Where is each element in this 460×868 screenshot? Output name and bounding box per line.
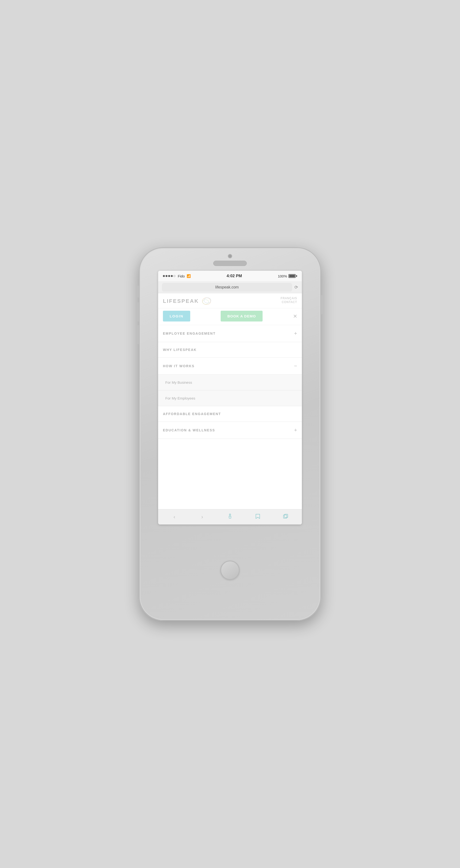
signal-dot-5 xyxy=(173,275,175,277)
battery-icon xyxy=(288,274,297,278)
nav-header: LIFESPEAK FRANÇAIS CONTACT xyxy=(158,293,302,308)
login-button[interactable]: LOGIN xyxy=(163,311,190,321)
signal-dot-3 xyxy=(168,275,170,277)
carrier-name: Fido xyxy=(178,274,185,278)
share-button[interactable] xyxy=(224,511,236,523)
phone-shell: Fido 📶 4:02 PM 100% lifespe xyxy=(139,247,321,621)
status-time: 4:02 PM xyxy=(227,274,242,278)
status-bar: Fido 📶 4:02 PM 100% xyxy=(158,271,302,281)
menu-item-label: EMPLOYEE ENGAGEMENT xyxy=(163,332,215,335)
svg-point-2 xyxy=(203,300,209,304)
nav-links: FRANÇAIS CONTACT xyxy=(281,297,297,304)
volume-down-button xyxy=(136,325,139,344)
menu-item-education-wellness[interactable]: EDUCATION & WELLNESS + xyxy=(158,422,302,439)
logo-area[interactable]: LIFESPEAK xyxy=(163,297,212,306)
menu-item-label: For My Business xyxy=(165,380,192,384)
battery-tip xyxy=(296,275,297,277)
menu-item-why-lifespeak[interactable]: WHY LIFESPEAK xyxy=(158,342,302,358)
refresh-icon[interactable]: ⟳ xyxy=(294,285,298,290)
url-bar: lifespeak.com ⟳ xyxy=(158,281,302,293)
status-right: 100% xyxy=(278,274,297,278)
menu-collapse-icon: − xyxy=(294,363,297,369)
logo-icon xyxy=(201,297,212,306)
book-demo-button[interactable]: BOOK A DEMO xyxy=(221,311,263,321)
close-menu-button[interactable]: × xyxy=(293,313,297,319)
battery-fill xyxy=(289,275,295,277)
phone-screen: Fido 📶 4:02 PM 100% lifespe xyxy=(158,271,302,525)
logo-text: LIFESPEAK xyxy=(163,298,199,304)
menu-expand-icon: + xyxy=(294,428,297,433)
url-input[interactable]: lifespeak.com xyxy=(162,283,292,291)
signal-dot-4 xyxy=(171,275,173,277)
bookmarks-button[interactable] xyxy=(252,511,264,523)
menu-item-label: For My Employees xyxy=(165,396,195,400)
status-left: Fido 📶 xyxy=(163,274,191,278)
svg-point-1 xyxy=(204,298,211,303)
url-text: lifespeak.com xyxy=(215,285,239,289)
battery-percent: 100% xyxy=(278,274,287,278)
contact-link[interactable]: CONTACT xyxy=(282,301,297,304)
volume-up-button xyxy=(136,302,139,321)
power-button xyxy=(321,295,324,314)
forward-button[interactable]: › xyxy=(196,511,208,523)
mute-button xyxy=(136,286,139,298)
bottom-toolbar: ‹ › xyxy=(158,509,302,525)
menu-item-how-it-works[interactable]: HOW IT WORKS − xyxy=(158,358,302,375)
phone-top xyxy=(139,247,321,266)
signal-dot-2 xyxy=(166,275,168,277)
svg-rect-4 xyxy=(283,515,287,518)
menu-item-for-my-business[interactable]: For My Business xyxy=(158,375,302,391)
signal-dots xyxy=(163,275,175,277)
share-icon xyxy=(227,514,233,520)
page-wrapper: Fido 📶 4:02 PM 100% lifespe xyxy=(0,0,460,868)
menu-item-for-my-employees[interactable]: For My Employees xyxy=(158,391,302,406)
battery-body xyxy=(288,274,296,278)
menu-list: EMPLOYEE ENGAGEMENT + WHY LIFESPEAK HOW … xyxy=(158,325,302,439)
menu-item-label: EDUCATION & WELLNESS xyxy=(163,428,215,432)
menu-item-affordable-engagement[interactable]: AFFORDABLE ENGAGEMENT xyxy=(158,406,302,422)
menu-item-label: WHY LIFESPEAK xyxy=(163,348,197,352)
buttons-row: LOGIN BOOK A DEMO × xyxy=(158,308,302,325)
signal-dot-1 xyxy=(163,275,165,277)
wifi-icon: 📶 xyxy=(186,274,191,278)
tabs-icon xyxy=(283,514,288,520)
back-button[interactable]: ‹ xyxy=(168,511,180,523)
phone-bottom xyxy=(221,525,239,621)
svg-rect-5 xyxy=(284,514,288,518)
front-camera xyxy=(228,254,232,258)
menu-expand-icon: + xyxy=(294,331,297,336)
back-icon: ‹ xyxy=(173,514,175,520)
tabs-button[interactable] xyxy=(280,511,292,523)
home-button[interactable] xyxy=(221,561,239,580)
menu-item-label: AFFORDABLE ENGAGEMENT xyxy=(163,412,221,416)
menu-item-label: HOW IT WORKS xyxy=(163,364,195,368)
francais-link[interactable]: FRANÇAIS xyxy=(281,297,297,300)
bookmarks-icon xyxy=(255,514,260,520)
menu-item-employee-engagement[interactable]: EMPLOYEE ENGAGEMENT + xyxy=(158,325,302,342)
forward-icon: › xyxy=(201,514,203,520)
earpiece-speaker xyxy=(213,261,247,266)
